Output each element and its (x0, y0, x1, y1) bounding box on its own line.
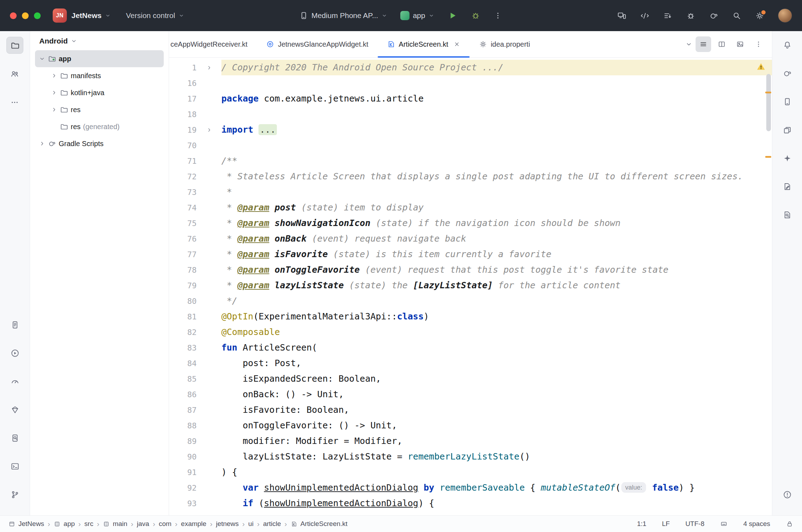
project-selector[interactable]: JetNews (71, 11, 111, 20)
profiler-button[interactable] (7, 373, 23, 389)
gemini-button[interactable] (779, 150, 795, 166)
minimize-window-button[interactable] (22, 12, 29, 19)
zoom-window-button[interactable] (34, 12, 41, 19)
line-number[interactable]: 18 (169, 110, 197, 119)
code-text[interactable]: if (showUnimplementedActionDialog) { (221, 496, 772, 511)
terminal-button[interactable] (7, 458, 23, 474)
code-text[interactable]: * @param isFavorite (state) is this item… (221, 247, 772, 262)
breadcrumb-item[interactable]: app (64, 520, 75, 528)
line-number[interactable]: 1 (169, 63, 197, 72)
line-number[interactable]: 76 (169, 235, 197, 243)
breadcrumb-item[interactable]: ui (248, 520, 254, 528)
gradle-sync-icon[interactable] (709, 11, 719, 21)
code-text[interactable]: package com.example.jetnews.ui.article (221, 91, 772, 106)
line-number[interactable]: 79 (169, 281, 197, 290)
line-number[interactable]: 17 (169, 94, 197, 103)
code-text[interactable]: import ... (221, 122, 772, 138)
code-text[interactable]: * Stateless Article Screen that displays… (221, 169, 772, 184)
tree-item-res[interactable]: res(generated) (35, 118, 164, 135)
editor-scrollbar[interactable] (766, 74, 771, 131)
close-tab-icon[interactable] (453, 41, 460, 48)
chevron-right-icon[interactable] (49, 89, 59, 96)
breadcrumb-item[interactable]: article (263, 520, 281, 528)
status-widget-icon[interactable] (720, 520, 728, 528)
editor-tab-ceappwidgetreceiver-kt[interactable]: ceAppWidgetReceiver.kt (169, 31, 257, 57)
code-text[interactable]: /** (221, 153, 772, 169)
line-number[interactable]: 78 (169, 266, 197, 274)
line-number[interactable]: 91 (169, 468, 197, 477)
code-tools-icon[interactable] (640, 11, 650, 21)
breadcrumb-item[interactable]: jetnews (216, 520, 239, 528)
line-number[interactable]: 72 (169, 172, 197, 181)
pull-requests-button[interactable] (6, 66, 23, 82)
device-mirroring-icon[interactable] (617, 11, 627, 21)
line-separator-widget[interactable]: LF (662, 520, 670, 528)
split-view-button[interactable] (714, 36, 730, 52)
settings-icon[interactable] (755, 11, 765, 21)
line-number[interactable]: 75 (169, 219, 197, 228)
design-view-button[interactable] (732, 36, 748, 52)
line-number[interactable]: 86 (169, 390, 197, 399)
layout-inspector-button[interactable] (779, 207, 795, 223)
code-text[interactable]: * @param showNavigationIcon (state) if t… (221, 215, 772, 231)
code-text[interactable]: onBack: () -> Unit, (221, 387, 772, 402)
chevron-right-icon[interactable] (37, 140, 47, 147)
jetnews-logo[interactable]: JN (53, 8, 67, 23)
version-control-button[interactable] (7, 486, 23, 503)
line-number[interactable]: 71 (169, 157, 197, 166)
code-text[interactable]: @OptIn(ExperimentalMaterial3Api::class) (221, 309, 772, 324)
code-text[interactable]: lazyListState: LazyListState = rememberL… (221, 449, 772, 464)
code-text[interactable]: @Composable (221, 324, 772, 340)
app-inspection-button[interactable] (7, 430, 23, 446)
project-view-selector[interactable]: Android (30, 31, 169, 50)
code-text[interactable]: / Copyright 2020 The Android Open Source… (221, 60, 772, 75)
chevron-right-icon[interactable] (49, 72, 59, 79)
line-number[interactable]: 84 (169, 359, 197, 368)
fold-toggle-icon[interactable] (197, 64, 221, 71)
whats-new-button[interactable] (779, 178, 795, 195)
code-text[interactable]: onToggleFavorite: () -> Unit, (221, 418, 772, 433)
run-tasks-icon[interactable] (663, 11, 673, 21)
run-button[interactable] (447, 10, 458, 21)
line-number[interactable]: 92 (169, 484, 197, 492)
line-number[interactable]: 77 (169, 250, 197, 259)
code-text[interactable]: * @param lazyListState (state) the [Lazy… (221, 278, 772, 293)
run-button[interactable] (7, 345, 23, 361)
code-text[interactable]: * @param onToggleFavorite (event) reques… (221, 262, 772, 278)
code-text[interactable]: fun ArticleScreen( (221, 340, 772, 355)
breadcrumb-item[interactable]: java (137, 520, 149, 528)
encoding-widget[interactable]: UTF-8 (685, 520, 704, 528)
code-text[interactable]: var showUnimplementedActionDialog by rem… (221, 480, 772, 496)
app-quality-insights-button[interactable] (7, 401, 23, 418)
close-window-button[interactable] (10, 12, 17, 19)
run-configuration-selector[interactable]: app (400, 11, 435, 20)
fold-toggle-icon[interactable] (197, 127, 221, 133)
code-text[interactable]: post: Post, (221, 355, 772, 371)
tree-item-gradle-scripts[interactable]: Gradle Scripts (35, 135, 164, 152)
line-number[interactable]: 87 (169, 406, 197, 415)
line-number[interactable]: 73 (169, 188, 197, 197)
line-number[interactable]: 88 (169, 421, 197, 430)
chevron-down-icon[interactable] (37, 55, 47, 62)
code-text[interactable]: * @param post (state) item to display (221, 200, 772, 215)
user-avatar[interactable] (778, 8, 792, 23)
chevron-right-icon[interactable] (49, 106, 59, 113)
project-button[interactable] (6, 37, 23, 54)
breadcrumb-item[interactable]: main (113, 520, 127, 528)
line-number[interactable]: 74 (169, 203, 197, 212)
tree-item-res[interactable]: res (35, 101, 164, 118)
error-stripe-mark[interactable] (765, 92, 771, 93)
line-number[interactable]: 85 (169, 375, 197, 383)
gradle-button[interactable] (779, 65, 795, 81)
tree-item-app[interactable]: app (35, 50, 164, 67)
line-number[interactable]: 93 (169, 499, 197, 508)
running-devices-button[interactable] (779, 122, 795, 138)
error-stripe-mark[interactable] (765, 156, 771, 158)
code-text[interactable]: isFavorite: Boolean, (221, 402, 772, 418)
breadcrumb-item[interactable]: example (181, 520, 207, 528)
editor-tab-jetnewsglanceappwidget-kt[interactable]: JetnewsGlanceAppWidget.kt (257, 31, 378, 57)
lock-icon[interactable] (786, 520, 794, 528)
line-number[interactable]: 82 (169, 328, 197, 337)
code-editor[interactable]: 1/ Copyright 2020 The Android Open Sourc… (169, 58, 772, 515)
code-text[interactable]: modifier: Modifier = Modifier, (221, 433, 772, 449)
